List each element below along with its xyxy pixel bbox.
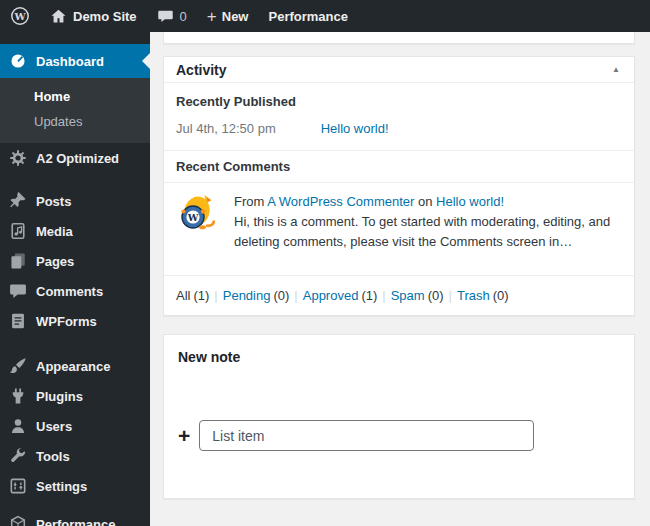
sidebar-item-settings[interactable]: Settings <box>0 471 150 501</box>
cube-icon <box>9 515 27 526</box>
filter-count: (0) <box>428 288 444 303</box>
admin-sidebar: Dashboard Home Updates A2 Optimized Post… <box>0 32 150 526</box>
sidebar-item-label: Media <box>36 224 73 239</box>
sidebar-item-dashboard[interactable]: Dashboard <box>0 44 150 78</box>
site-name-label: Demo Site <box>73 9 137 24</box>
performance-adminbar-label: Performance <box>268 9 347 24</box>
pages-icon <box>9 252 27 270</box>
comments-menu[interactable]: 0 <box>147 0 197 32</box>
published-post-link[interactable]: Hello world! <box>321 121 389 136</box>
sidebar-item-label: WPForms <box>36 314 97 329</box>
new-note-title: New note <box>164 335 634 365</box>
sidebar-item-label: Settings <box>36 479 87 494</box>
svg-text:W: W <box>13 11 26 22</box>
add-list-item-icon[interactable]: + <box>178 425 190 446</box>
wapuu-avatar: W <box>177 192 217 232</box>
comment-bubble-icon <box>157 8 174 25</box>
plus-icon: + <box>207 8 217 25</box>
wrench-icon <box>9 447 27 465</box>
brush-icon <box>9 357 27 375</box>
filter-trash[interactable]: Trash(0) <box>457 288 509 303</box>
filter-separator: | <box>377 288 390 303</box>
comment-post-link[interactable]: Hello world! <box>436 194 504 209</box>
activity-widget: Activity ▲ Recently Published Jul 4th, 1… <box>163 56 635 316</box>
site-name-menu[interactable]: Demo Site <box>40 0 147 32</box>
comment-filters: All(1)|Pending(0)|Approved(1)|Spam(0)|Tr… <box>164 275 634 315</box>
activity-header: Activity ▲ <box>164 57 634 83</box>
sidebar-item-label: Performance <box>36 517 115 526</box>
comment-item: W From A WordPress Commenter on Hello wo… <box>164 183 634 275</box>
sidebar-item-performance[interactable]: Performance <box>0 509 150 526</box>
recently-published-section: Recently Published Jul 4th, 12:50 pm Hel… <box>164 83 634 151</box>
filter-separator: | <box>444 288 457 303</box>
comment-meta: From A WordPress Commenter on Hello worl… <box>234 194 620 209</box>
home-icon <box>50 8 67 25</box>
filter-approved[interactable]: Approved(1) <box>303 288 378 303</box>
recently-published-heading: Recently Published <box>176 94 622 109</box>
dashboard-submenu: Home Updates <box>0 78 150 143</box>
comment-excerpt: Hi, this is a comment. To get started wi… <box>234 212 620 251</box>
sidebar-item-label: Posts <box>36 194 71 209</box>
sidebar-item-label: A2 Optimized <box>36 151 119 166</box>
comment-from-label: From <box>234 194 264 209</box>
filter-spam[interactable]: Spam(0) <box>391 288 444 303</box>
sidebar-item-plugins[interactable]: Plugins <box>0 381 150 411</box>
sidebar-item-tools[interactable]: Tools <box>0 441 150 471</box>
filter-separator: | <box>209 288 222 303</box>
dashboard-content: Activity ▲ Recently Published Jul 4th, 1… <box>150 32 650 526</box>
sidebar-item-a2-optimized[interactable]: A2 Optimized <box>0 143 150 173</box>
new-label: New <box>222 9 249 24</box>
collapse-triangle-icon: ▲ <box>612 65 620 74</box>
sidebar-item-wpforms[interactable]: WPForms <box>0 306 150 336</box>
sidebar-item-label: Appearance <box>36 359 110 374</box>
comment-count: 0 <box>180 9 187 24</box>
sidebar-item-posts[interactable]: Posts <box>0 186 150 216</box>
published-date: Jul 4th, 12:50 pm <box>176 121 317 136</box>
clipboard-icon <box>9 312 27 330</box>
new-note-widget: New note + <box>163 334 635 499</box>
user-icon <box>9 417 27 435</box>
sidebar-item-pages[interactable]: Pages <box>0 246 150 276</box>
pushpin-icon <box>9 192 27 210</box>
comment-icon <box>9 282 27 300</box>
sliders-icon <box>9 477 27 495</box>
sidebar-item-label: Plugins <box>36 389 83 404</box>
sidebar-item-media[interactable]: Media <box>0 216 150 246</box>
filter-count: (1) <box>361 288 377 303</box>
wp-logo-menu[interactable]: W <box>0 0 40 32</box>
sidebar-item-label: Pages <box>36 254 74 269</box>
plug-icon <box>9 387 27 405</box>
new-content-menu[interactable]: + New <box>197 0 259 32</box>
gear-icon <box>9 149 27 167</box>
sidebar-item-label: Tools <box>36 449 70 464</box>
sidebar-subitem-updates[interactable]: Updates <box>0 109 150 134</box>
filter-all[interactable]: All(1) <box>176 288 209 303</box>
activity-title: Activity <box>176 62 227 78</box>
new-note-row: + <box>178 420 534 451</box>
filter-count: (0) <box>493 288 509 303</box>
sidebar-item-label: Users <box>36 419 72 434</box>
partial-widget-above <box>163 32 635 44</box>
comment-on-label: on <box>418 194 432 209</box>
note-list-item-input[interactable] <box>199 420 534 451</box>
recent-comments-heading: Recent Comments <box>164 151 634 183</box>
media-icon <box>9 222 27 240</box>
sidebar-item-users[interactable]: Users <box>0 411 150 441</box>
sidebar-item-label: Comments <box>36 284 103 299</box>
sidebar-subitem-home[interactable]: Home <box>0 84 150 109</box>
filter-count: (1) <box>193 288 209 303</box>
collapse-toggle-button[interactable]: ▲ <box>610 64 622 76</box>
filter-separator: | <box>289 288 302 303</box>
filter-pending[interactable]: Pending(0) <box>223 288 290 303</box>
sidebar-item-comments[interactable]: Comments <box>0 276 150 306</box>
performance-adminbar-menu[interactable]: Performance <box>258 0 357 32</box>
comment-author-link[interactable]: A WordPress Commenter <box>267 194 414 209</box>
svg-text:W: W <box>187 212 199 223</box>
sidebar-item-appearance[interactable]: Appearance <box>0 351 150 381</box>
filter-count: (0) <box>273 288 289 303</box>
admin-bar: W Demo Site 0 + New Performance <box>0 0 650 32</box>
sidebar-item-label: Dashboard <box>36 54 104 69</box>
gauge-icon <box>9 52 27 70</box>
published-entry: Jul 4th, 12:50 pm Hello world! <box>176 121 622 136</box>
wordpress-logo-icon: W <box>10 6 30 26</box>
